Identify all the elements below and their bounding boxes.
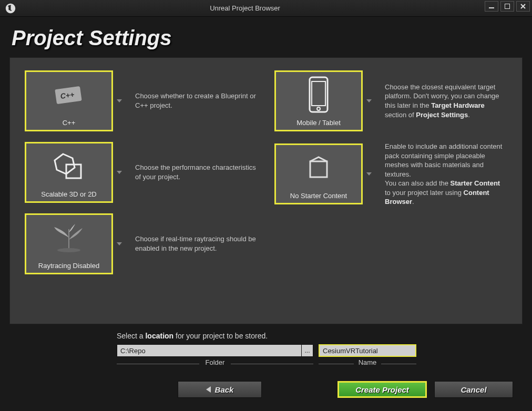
window-title: Unreal Project Browser: [21, 4, 469, 12]
svg-rect-8: [312, 81, 325, 106]
svg-point-6: [57, 248, 80, 252]
performance-description: Choose the performance characteristics o…: [135, 163, 258, 181]
settings-left-column: C++ C++ Choose whether to create a Bluep…: [25, 70, 258, 311]
path-row: ... Folder Name: [117, 344, 523, 366]
project-type-description: Choose whether to create a Blueprint or …: [135, 91, 258, 110]
folder-input[interactable]: [117, 344, 302, 357]
raytracing-description: Choose if real-time raytracing should be…: [135, 234, 258, 253]
platform-dropdown[interactable]: [363, 70, 375, 131]
platform-description: Choose the closest equivalent target pla…: [385, 83, 507, 119]
chevron-down-icon: [117, 171, 122, 174]
settings-panel: C++ C++ Choose whether to create a Bluep…: [9, 57, 523, 324]
unreal-logo-icon: [4, 2, 17, 15]
minimize-button[interactable]: [485, 1, 498, 12]
settings-right-column: Mobile / Tablet Choose the closest equiv…: [274, 70, 507, 311]
footer: Select a location for your project to be…: [0, 324, 532, 398]
svg-rect-1: [505, 4, 510, 9]
page-title: Project Settings: [0, 17, 532, 57]
starter-description: Enable to include an additional content …: [385, 142, 507, 207]
performance-dropdown[interactable]: [113, 142, 126, 203]
box-open-icon: [276, 145, 361, 190]
raytracing-tile[interactable]: Raytracing Disabled: [25, 213, 113, 274]
option-starter-content: No Starter Content Enable to include an …: [274, 142, 507, 207]
raytracing-label: Raytracing Disabled: [36, 260, 101, 270]
option-performance: Scalable 3D or 2D Choose the performance…: [25, 142, 258, 203]
performance-tile[interactable]: Scalable 3D or 2D: [25, 142, 113, 203]
svg-rect-0: [489, 7, 494, 8]
mobile-icon: [276, 72, 361, 117]
project-name-input[interactable]: [319, 344, 416, 357]
option-project-type: C++ C++ Choose whether to create a Bluep…: [25, 70, 258, 131]
raytracing-dropdown[interactable]: [113, 213, 126, 274]
chevron-down-icon: [117, 99, 122, 102]
starter-dropdown[interactable]: [363, 143, 375, 204]
maximize-button[interactable]: [500, 1, 514, 12]
svg-rect-10: [310, 161, 327, 177]
option-raytracing: Raytracing Disabled Choose if real-time …: [25, 213, 258, 274]
chevron-down-icon: [366, 172, 372, 176]
starter-label: No Starter Content: [288, 190, 349, 200]
performance-label: Scalable 3D or 2D: [39, 189, 99, 198]
project-type-tile[interactable]: C++ C++: [25, 70, 113, 131]
create-project-button[interactable]: Create Project: [337, 381, 427, 398]
starter-tile[interactable]: No Starter Content: [274, 143, 363, 204]
option-platform: Mobile / Tablet Choose the closest equiv…: [274, 70, 507, 131]
platform-label: Mobile / Tablet: [294, 117, 343, 127]
cpp-icon: C++: [26, 72, 111, 117]
project-type-label: C++: [60, 117, 78, 127]
titlebar: Unreal Project Browser: [0, 0, 532, 17]
window-controls: [485, 1, 530, 12]
location-prompt: Select a location for your project to be…: [117, 332, 523, 340]
cancel-button[interactable]: Cancel: [434, 381, 513, 398]
close-button[interactable]: [516, 1, 530, 12]
back-button[interactable]: Back: [178, 381, 262, 398]
name-label: Name: [319, 358, 416, 366]
platform-tile[interactable]: Mobile / Tablet: [274, 70, 363, 131]
browse-folder-button[interactable]: ...: [302, 344, 313, 357]
scalable-icon: [26, 143, 111, 189]
svg-point-9: [317, 107, 320, 110]
plant-icon: [26, 215, 111, 260]
chevron-down-icon: [366, 99, 372, 102]
project-type-dropdown[interactable]: [113, 70, 126, 131]
folder-label: Folder: [117, 358, 313, 366]
button-row: Back Create Project Cancel: [9, 366, 523, 398]
chevron-down-icon: [117, 242, 122, 245]
